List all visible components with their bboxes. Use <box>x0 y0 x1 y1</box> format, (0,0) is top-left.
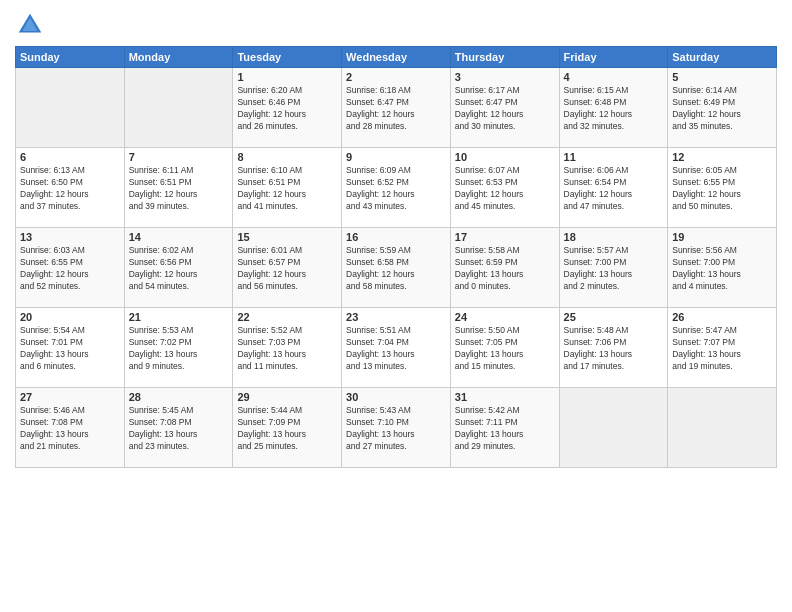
day-info: Sunrise: 6:17 AM Sunset: 6:47 PM Dayligh… <box>455 85 555 133</box>
day-number: 22 <box>237 311 337 323</box>
day-number: 17 <box>455 231 555 243</box>
day-info: Sunrise: 5:48 AM Sunset: 7:06 PM Dayligh… <box>564 325 664 373</box>
day-info: Sunrise: 6:11 AM Sunset: 6:51 PM Dayligh… <box>129 165 229 213</box>
day-number: 6 <box>20 151 120 163</box>
weekday-header-monday: Monday <box>124 47 233 68</box>
day-number: 31 <box>455 391 555 403</box>
day-info: Sunrise: 5:45 AM Sunset: 7:08 PM Dayligh… <box>129 405 229 453</box>
calendar-cell <box>16 68 125 148</box>
day-number: 1 <box>237 71 337 83</box>
day-info: Sunrise: 6:09 AM Sunset: 6:52 PM Dayligh… <box>346 165 446 213</box>
calendar-cell: 27Sunrise: 5:46 AM Sunset: 7:08 PM Dayli… <box>16 388 125 468</box>
day-info: Sunrise: 6:15 AM Sunset: 6:48 PM Dayligh… <box>564 85 664 133</box>
day-number: 11 <box>564 151 664 163</box>
day-info: Sunrise: 6:05 AM Sunset: 6:55 PM Dayligh… <box>672 165 772 213</box>
calendar-cell: 11Sunrise: 6:06 AM Sunset: 6:54 PM Dayli… <box>559 148 668 228</box>
calendar-cell: 20Sunrise: 5:54 AM Sunset: 7:01 PM Dayli… <box>16 308 125 388</box>
day-number: 25 <box>564 311 664 323</box>
calendar-cell: 10Sunrise: 6:07 AM Sunset: 6:53 PM Dayli… <box>450 148 559 228</box>
weekday-header-sunday: Sunday <box>16 47 125 68</box>
calendar-cell <box>124 68 233 148</box>
day-number: 8 <box>237 151 337 163</box>
day-number: 18 <box>564 231 664 243</box>
calendar-cell: 12Sunrise: 6:05 AM Sunset: 6:55 PM Dayli… <box>668 148 777 228</box>
calendar-cell: 3Sunrise: 6:17 AM Sunset: 6:47 PM Daylig… <box>450 68 559 148</box>
calendar-week-row: 27Sunrise: 5:46 AM Sunset: 7:08 PM Dayli… <box>16 388 777 468</box>
day-info: Sunrise: 5:53 AM Sunset: 7:02 PM Dayligh… <box>129 325 229 373</box>
day-number: 15 <box>237 231 337 243</box>
weekday-header-wednesday: Wednesday <box>342 47 451 68</box>
calendar-cell: 30Sunrise: 5:43 AM Sunset: 7:10 PM Dayli… <box>342 388 451 468</box>
day-number: 2 <box>346 71 446 83</box>
calendar-cell: 25Sunrise: 5:48 AM Sunset: 7:06 PM Dayli… <box>559 308 668 388</box>
day-number: 16 <box>346 231 446 243</box>
calendar-body: 1Sunrise: 6:20 AM Sunset: 6:46 PM Daylig… <box>16 68 777 468</box>
day-number: 21 <box>129 311 229 323</box>
calendar-cell: 18Sunrise: 5:57 AM Sunset: 7:00 PM Dayli… <box>559 228 668 308</box>
day-info: Sunrise: 6:06 AM Sunset: 6:54 PM Dayligh… <box>564 165 664 213</box>
day-info: Sunrise: 6:18 AM Sunset: 6:47 PM Dayligh… <box>346 85 446 133</box>
day-number: 12 <box>672 151 772 163</box>
header <box>15 10 777 40</box>
weekday-row: SundayMondayTuesdayWednesdayThursdayFrid… <box>16 47 777 68</box>
calendar-cell: 5Sunrise: 6:14 AM Sunset: 6:49 PM Daylig… <box>668 68 777 148</box>
day-number: 30 <box>346 391 446 403</box>
calendar-cell: 24Sunrise: 5:50 AM Sunset: 7:05 PM Dayli… <box>450 308 559 388</box>
calendar-cell: 31Sunrise: 5:42 AM Sunset: 7:11 PM Dayli… <box>450 388 559 468</box>
logo <box>15 10 49 40</box>
day-info: Sunrise: 6:01 AM Sunset: 6:57 PM Dayligh… <box>237 245 337 293</box>
weekday-header-thursday: Thursday <box>450 47 559 68</box>
calendar-cell: 28Sunrise: 5:45 AM Sunset: 7:08 PM Dayli… <box>124 388 233 468</box>
day-number: 19 <box>672 231 772 243</box>
day-number: 13 <box>20 231 120 243</box>
calendar-week-row: 13Sunrise: 6:03 AM Sunset: 6:55 PM Dayli… <box>16 228 777 308</box>
day-info: Sunrise: 6:03 AM Sunset: 6:55 PM Dayligh… <box>20 245 120 293</box>
day-info: Sunrise: 5:42 AM Sunset: 7:11 PM Dayligh… <box>455 405 555 453</box>
day-number: 7 <box>129 151 229 163</box>
calendar-cell: 13Sunrise: 6:03 AM Sunset: 6:55 PM Dayli… <box>16 228 125 308</box>
calendar-table: SundayMondayTuesdayWednesdayThursdayFrid… <box>15 46 777 468</box>
weekday-header-tuesday: Tuesday <box>233 47 342 68</box>
day-info: Sunrise: 5:47 AM Sunset: 7:07 PM Dayligh… <box>672 325 772 373</box>
day-info: Sunrise: 5:52 AM Sunset: 7:03 PM Dayligh… <box>237 325 337 373</box>
calendar-cell: 15Sunrise: 6:01 AM Sunset: 6:57 PM Dayli… <box>233 228 342 308</box>
weekday-header-saturday: Saturday <box>668 47 777 68</box>
day-number: 4 <box>564 71 664 83</box>
day-number: 24 <box>455 311 555 323</box>
calendar-cell: 4Sunrise: 6:15 AM Sunset: 6:48 PM Daylig… <box>559 68 668 148</box>
calendar-week-row: 1Sunrise: 6:20 AM Sunset: 6:46 PM Daylig… <box>16 68 777 148</box>
calendar-cell: 26Sunrise: 5:47 AM Sunset: 7:07 PM Dayli… <box>668 308 777 388</box>
calendar-cell: 8Sunrise: 6:10 AM Sunset: 6:51 PM Daylig… <box>233 148 342 228</box>
calendar-cell: 1Sunrise: 6:20 AM Sunset: 6:46 PM Daylig… <box>233 68 342 148</box>
calendar-cell: 2Sunrise: 6:18 AM Sunset: 6:47 PM Daylig… <box>342 68 451 148</box>
day-info: Sunrise: 6:02 AM Sunset: 6:56 PM Dayligh… <box>129 245 229 293</box>
calendar-week-row: 20Sunrise: 5:54 AM Sunset: 7:01 PM Dayli… <box>16 308 777 388</box>
calendar-cell: 19Sunrise: 5:56 AM Sunset: 7:00 PM Dayli… <box>668 228 777 308</box>
day-info: Sunrise: 6:07 AM Sunset: 6:53 PM Dayligh… <box>455 165 555 213</box>
calendar-cell: 22Sunrise: 5:52 AM Sunset: 7:03 PM Dayli… <box>233 308 342 388</box>
day-info: Sunrise: 5:44 AM Sunset: 7:09 PM Dayligh… <box>237 405 337 453</box>
calendar-cell: 14Sunrise: 6:02 AM Sunset: 6:56 PM Dayli… <box>124 228 233 308</box>
day-number: 9 <box>346 151 446 163</box>
calendar-cell <box>559 388 668 468</box>
day-number: 28 <box>129 391 229 403</box>
day-number: 5 <box>672 71 772 83</box>
calendar-cell: 21Sunrise: 5:53 AM Sunset: 7:02 PM Dayli… <box>124 308 233 388</box>
calendar-header: SundayMondayTuesdayWednesdayThursdayFrid… <box>16 47 777 68</box>
day-info: Sunrise: 5:54 AM Sunset: 7:01 PM Dayligh… <box>20 325 120 373</box>
calendar-cell: 9Sunrise: 6:09 AM Sunset: 6:52 PM Daylig… <box>342 148 451 228</box>
day-info: Sunrise: 5:57 AM Sunset: 7:00 PM Dayligh… <box>564 245 664 293</box>
weekday-header-friday: Friday <box>559 47 668 68</box>
day-number: 27 <box>20 391 120 403</box>
page: SundayMondayTuesdayWednesdayThursdayFrid… <box>0 0 792 612</box>
day-number: 14 <box>129 231 229 243</box>
logo-icon <box>15 10 45 40</box>
day-number: 29 <box>237 391 337 403</box>
calendar-cell: 16Sunrise: 5:59 AM Sunset: 6:58 PM Dayli… <box>342 228 451 308</box>
day-number: 10 <box>455 151 555 163</box>
day-info: Sunrise: 5:56 AM Sunset: 7:00 PM Dayligh… <box>672 245 772 293</box>
day-number: 23 <box>346 311 446 323</box>
day-info: Sunrise: 5:51 AM Sunset: 7:04 PM Dayligh… <box>346 325 446 373</box>
calendar-cell: 7Sunrise: 6:11 AM Sunset: 6:51 PM Daylig… <box>124 148 233 228</box>
day-info: Sunrise: 5:58 AM Sunset: 6:59 PM Dayligh… <box>455 245 555 293</box>
